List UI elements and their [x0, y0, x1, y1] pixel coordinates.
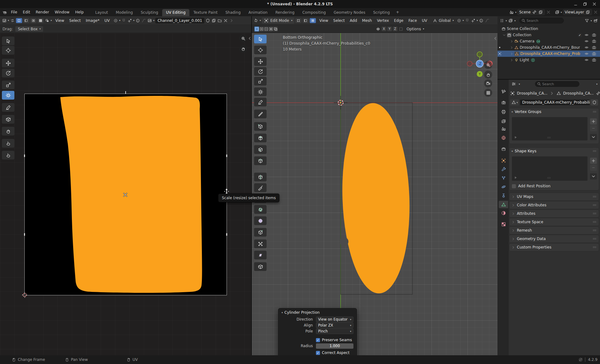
vp-menu-view[interactable]: View — [317, 18, 331, 23]
properties-tab-tool[interactable] — [499, 88, 508, 95]
properties-tab-modifiers[interactable] — [499, 165, 508, 173]
eye-icon[interactable] — [584, 39, 589, 43]
outliner-filter-image-icon[interactable] — [508, 18, 513, 23]
properties-tab-constraints[interactable] — [499, 192, 508, 199]
pivot-point-icon[interactable] — [457, 18, 462, 23]
uv-proportional-icon[interactable] — [135, 18, 140, 23]
mirror-z-toggle[interactable]: Z — [393, 27, 398, 31]
tab-geometry-nodes[interactable]: Geometry Nodes — [330, 9, 369, 16]
mirror-icon[interactable] — [376, 27, 381, 32]
uv-pivot-chevron[interactable]: ▾ — [119, 19, 120, 22]
uv-pan-hand-icon[interactable] — [239, 45, 247, 53]
open-image-icon[interactable] — [217, 18, 222, 23]
resize-grip-icon[interactable] — [547, 176, 551, 180]
orientation-select[interactable]: Global ▾ — [431, 17, 456, 24]
properties-tab-data[interactable] — [499, 201, 508, 208]
snap-target-icon[interactable] — [471, 18, 476, 23]
breadcrumb-object[interactable]: Drosophila_CA... — [517, 91, 548, 96]
vp-menu-uv[interactable]: UV — [419, 18, 430, 23]
remove-shape-key-button[interactable] — [590, 165, 597, 171]
mesh-browse-button[interactable]: ▾ — [510, 99, 519, 106]
tool-pinch[interactable] — [2, 151, 14, 160]
align-select[interactable]: Polar ZX▾ — [316, 322, 353, 328]
tab-compositing[interactable]: Compositing — [298, 9, 329, 16]
panel-collapse-chevron[interactable]: ▾ — [512, 111, 513, 113]
falloff-icon[interactable] — [485, 18, 490, 23]
direction-select[interactable]: View on Equator▾ — [316, 317, 353, 322]
image-browse-icon[interactable] — [147, 18, 152, 23]
close-icon[interactable] — [590, 1, 599, 7]
vp-menu-select[interactable]: Select — [331, 18, 347, 23]
add-shape-key-button[interactable] — [590, 158, 597, 164]
delete-scene-icon[interactable] — [546, 10, 551, 15]
uv-sidebar-toggle-icon[interactable] — [248, 36, 252, 41]
outliner-search[interactable] — [519, 18, 564, 23]
selectmode-edge[interactable] — [302, 18, 309, 23]
tool-spin[interactable] — [254, 205, 267, 214]
uv-snap-target-icon[interactable] — [127, 18, 132, 23]
tool-move[interactable] — [254, 57, 267, 66]
fake-user-shield-button[interactable] — [591, 99, 598, 106]
properties-tab-output[interactable] — [499, 108, 508, 116]
funnel-chevron[interactable]: ▾ — [591, 19, 592, 22]
image-name-field[interactable]: Channel_0_Layer_0.001 — [155, 18, 204, 23]
uv-menu-image[interactable]: Image* — [83, 18, 102, 23]
new-collection-icon[interactable] — [593, 18, 598, 23]
bbox-handle[interactable] — [226, 155, 227, 157]
properties-tab-view-layer[interactable] — [499, 117, 508, 125]
header-overflow-icon[interactable] — [229, 18, 234, 23]
preserve-seams-checkbox[interactable]: ✓ — [316, 338, 320, 342]
outliner-filter-chevron[interactable]: ▾ — [514, 19, 516, 22]
tool-rotate[interactable] — [254, 67, 267, 76]
menu-window[interactable]: Window — [52, 9, 72, 15]
viewlayer-browse-icon[interactable] — [555, 10, 560, 15]
vp-menu-edge[interactable]: Edge — [392, 18, 406, 23]
tool-add-cube[interactable] — [254, 122, 267, 131]
chevron-right-icon[interactable] — [510, 40, 513, 43]
vp-menu-mesh[interactable]: Mesh — [360, 18, 375, 23]
tool-inset-faces[interactable] — [254, 145, 267, 154]
panel-collapse-chevron[interactable]: ▾ — [282, 311, 283, 314]
vp-menu-vertex[interactable]: Vertex — [374, 18, 392, 23]
uv-selectmode-face[interactable] — [30, 18, 37, 23]
tool-cursor[interactable] — [254, 46, 267, 54]
tool-extrude-region[interactable] — [254, 134, 267, 142]
uv-selectmode-vertex[interactable] — [16, 18, 22, 23]
new-image-icon[interactable] — [211, 18, 216, 23]
boxselect-mode-intersect[interactable] — [273, 27, 278, 32]
vp-camera-view-icon[interactable] — [484, 79, 492, 87]
add-rest-position-checkbox[interactable] — [512, 184, 516, 188]
tool-transform[interactable] — [2, 91, 14, 100]
tab-texture-paint[interactable]: Texture Paint — [190, 9, 221, 16]
uv-snap-icon[interactable] — [121, 18, 126, 23]
uv-selectmode-island[interactable] — [38, 18, 44, 23]
selectmode-face[interactable] — [310, 18, 316, 23]
tool-knife[interactable] — [254, 183, 267, 192]
uv-canvas[interactable] — [0, 33, 251, 355]
remove-vertex-group-button[interactable] — [590, 125, 597, 131]
scene-browse-icon[interactable] — [509, 10, 514, 15]
outliner-item-scene-collection[interactable]: Scene Collection — [498, 26, 600, 32]
boxselect-mode-subtract[interactable] — [264, 27, 268, 32]
outliner-item-camera[interactable]: Camera — [498, 38, 600, 44]
tab-shading[interactable]: Shading — [222, 9, 244, 16]
panel-attributes[interactable]: Attributes — [509, 210, 599, 217]
tool-bevel[interactable] — [254, 156, 267, 165]
tool-tweak[interactable] — [2, 37, 14, 45]
expand-icon[interactable] — [513, 135, 518, 140]
menu-render[interactable]: Render — [33, 9, 52, 15]
editor-type-icon[interactable] — [254, 18, 259, 23]
camera-visibility-icon[interactable] — [592, 39, 596, 43]
properties-tab-particles[interactable] — [499, 174, 508, 182]
properties-tab-material[interactable] — [499, 209, 508, 217]
boxselect-mode-invert[interactable] — [268, 27, 273, 32]
uv-pivot-icon[interactable] — [113, 18, 118, 23]
properties-tab-object[interactable] — [499, 157, 508, 164]
properties-tab-render[interactable] — [499, 99, 508, 106]
fake-user-shield-icon[interactable] — [205, 18, 210, 23]
pin-icon[interactable] — [596, 91, 600, 96]
collection-checkbox[interactable]: ✓ — [578, 33, 582, 37]
vp-menu-add[interactable]: Add — [347, 18, 359, 23]
properties-editor-chevron[interactable]: ▾ — [519, 83, 520, 86]
properties-tab-scene[interactable] — [499, 125, 508, 132]
